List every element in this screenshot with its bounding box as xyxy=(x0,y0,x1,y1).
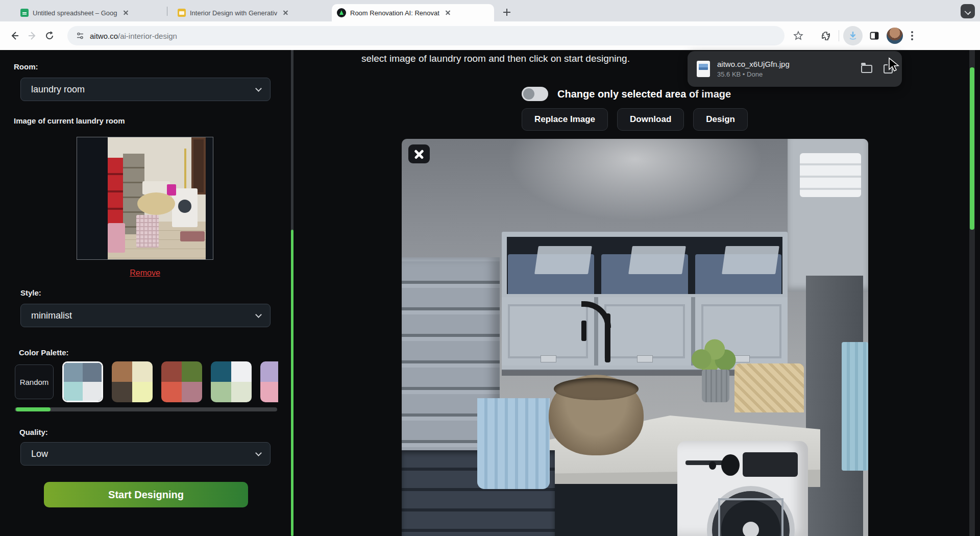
url-path: /ai-interior-design xyxy=(118,32,177,40)
swatch-color xyxy=(132,382,153,402)
thumb-lattice-basket xyxy=(136,215,159,248)
washing-machine xyxy=(677,441,808,536)
swatch-color xyxy=(83,382,102,401)
swatch-color xyxy=(231,361,252,382)
thumb-washer-door xyxy=(178,200,191,213)
swatch-color xyxy=(260,382,278,402)
palette-swatch[interactable] xyxy=(112,361,153,402)
generated-room-image: AITWO xyxy=(402,139,868,536)
page-scrollbar[interactable] xyxy=(969,50,975,536)
style-select-value: minimalist xyxy=(31,310,72,321)
close-icon[interactable] xyxy=(444,8,453,17)
tab-interior-design[interactable]: Interior Design with Generativ xyxy=(173,4,323,21)
swatch-color xyxy=(161,361,182,382)
close-icon[interactable] xyxy=(121,8,131,17)
ceiling-light-glow xyxy=(497,139,773,226)
replace-image-button[interactable]: Replace Image xyxy=(522,108,608,131)
swatch-color xyxy=(112,382,132,402)
download-meta: 35.6 KB • Done xyxy=(717,70,790,78)
washer-dial xyxy=(709,461,716,470)
palette-swatch-partial[interactable] xyxy=(260,361,278,402)
draped-blue-towel xyxy=(477,398,550,489)
chevron-down-icon xyxy=(255,450,262,456)
selected-area-toggle[interactable] xyxy=(522,87,548,101)
palette-scrollbar-thumb[interactable] xyxy=(16,407,51,411)
room-select-value: laundry room xyxy=(31,84,85,95)
google-sheets-icon xyxy=(20,9,29,17)
tab-search-chevron-icon[interactable] xyxy=(961,4,975,18)
tab-room-renovation-active[interactable]: Room Renovation AI: Renovat xyxy=(332,4,494,21)
hanging-blue-towel xyxy=(842,342,868,471)
menu-kebab-icon[interactable] xyxy=(903,27,921,44)
thumb-floor-mat xyxy=(180,231,205,241)
thumb-detergent xyxy=(167,184,176,196)
palette-swatch[interactable] xyxy=(161,361,202,402)
main-panel: select image of laundry room and then cl… xyxy=(295,50,975,536)
close-image-button[interactable] xyxy=(408,144,430,163)
forward-icon[interactable] xyxy=(23,27,41,44)
download-bubble[interactable]: aitwo.co_x6UjGfn.jpg 35.6 KB • Done xyxy=(688,51,902,87)
start-designing-button[interactable]: Start Designing xyxy=(44,482,248,507)
cabinet-door xyxy=(598,297,691,366)
room-label: Room: xyxy=(14,62,38,71)
reload-icon[interactable] xyxy=(41,27,58,44)
palette-scrollbar[interactable] xyxy=(15,407,277,411)
tab-title: Interior Design with Generativ xyxy=(190,9,277,17)
color-palette-label: Color Palette: xyxy=(19,348,69,357)
washer-knob xyxy=(721,454,740,476)
aitwo-logo-icon xyxy=(337,8,346,17)
chevron-down-icon xyxy=(255,85,262,92)
palette-swatch-selected[interactable] xyxy=(62,361,103,402)
upper-cabinets xyxy=(502,232,788,371)
download-filename: aitwo.co_x6UjGfn.jpg xyxy=(717,60,790,68)
download-icon[interactable] xyxy=(843,26,863,45)
palette-swatch[interactable] xyxy=(211,361,252,402)
thumb-window xyxy=(191,137,206,194)
swatch-color xyxy=(211,382,231,402)
swatch-color xyxy=(231,382,252,402)
close-icon[interactable] xyxy=(281,8,290,17)
download-button[interactable]: Download xyxy=(617,108,684,131)
potted-plant-leaves xyxy=(685,336,739,375)
avatar[interactable] xyxy=(886,27,903,44)
back-icon[interactable] xyxy=(6,27,23,44)
new-tab-button[interactable] xyxy=(500,6,513,19)
style-select[interactable]: minimalist xyxy=(20,304,271,327)
site-settings-icon[interactable] xyxy=(76,31,85,40)
woven-basket xyxy=(734,363,804,412)
random-palette-button[interactable]: Random xyxy=(15,364,54,399)
storage-bin xyxy=(601,254,688,294)
swatch-color xyxy=(161,382,182,402)
thumb-laundry-basket xyxy=(108,223,125,253)
show-in-folder-icon[interactable] xyxy=(861,65,872,73)
uploaded-room-thumbnail[interactable] xyxy=(77,137,213,260)
extensions-puzzle-icon[interactable] xyxy=(817,27,835,44)
washer-control-panel xyxy=(743,452,798,477)
instruction-text: select image of laundry room and then cl… xyxy=(361,53,630,64)
sidebar-scrollbar-thumb[interactable] xyxy=(291,230,293,536)
quality-select[interactable]: Low xyxy=(20,442,271,466)
design-button[interactable]: Design xyxy=(693,108,748,131)
swatch-color xyxy=(211,361,231,382)
tab-title: Untitled spreadsheet – Goog xyxy=(33,9,117,17)
faucet-pole xyxy=(605,313,610,362)
swatch-color xyxy=(182,382,202,402)
faucet-spout xyxy=(581,321,586,341)
toggle-label: Change only selected area of image xyxy=(557,88,731,100)
page-scrollbar-thumb[interactable] xyxy=(970,67,974,230)
remove-image-link[interactable]: Remove xyxy=(0,269,290,278)
swatch-color xyxy=(64,363,83,382)
swatch-color xyxy=(260,361,278,382)
url-bar[interactable]: aitwo.co/ai-interior-design xyxy=(67,26,785,45)
room-select[interactable]: laundry room xyxy=(20,78,271,101)
action-buttons-row: Replace Image Download Design xyxy=(522,108,748,131)
storage-bin xyxy=(695,254,781,294)
sidebar-scrollbar[interactable] xyxy=(291,50,293,536)
tab-spreadsheet[interactable]: Untitled spreadsheet – Goog xyxy=(15,4,163,21)
thumb-round-table xyxy=(137,192,175,215)
bookmark-star-icon[interactable] xyxy=(790,27,807,44)
page-content: Room: laundry room Image of current laun… xyxy=(0,50,980,536)
storage-bin xyxy=(508,254,594,294)
side-panel-icon[interactable] xyxy=(866,27,883,44)
quality-label: Quality: xyxy=(19,428,48,436)
